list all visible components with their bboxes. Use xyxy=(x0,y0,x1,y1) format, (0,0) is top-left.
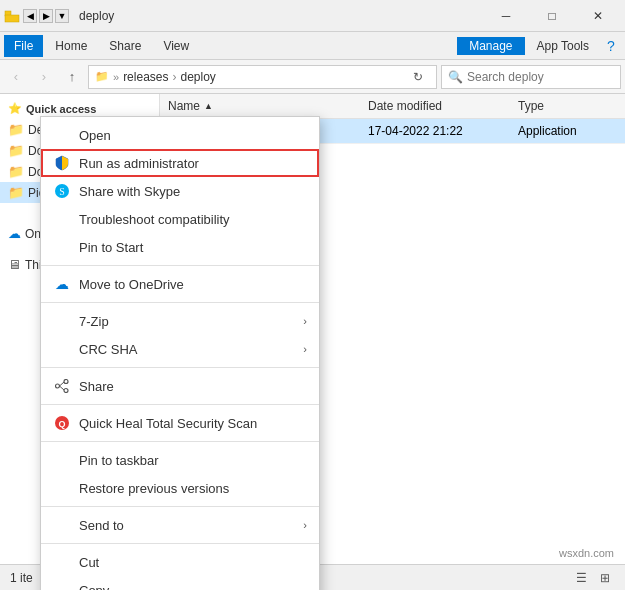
grid-view-button[interactable]: ⊞ xyxy=(595,568,615,588)
title-bar-left: ◀ ▶ ▼ deploy xyxy=(4,8,114,24)
ctx-quickheal-icon: Q xyxy=(53,414,71,432)
tab-file[interactable]: File xyxy=(4,35,43,57)
close-button[interactable]: ✕ xyxy=(575,0,621,32)
quick-access-icon xyxy=(4,8,20,24)
ctx-sep-2 xyxy=(41,302,319,303)
ctx-share-skype-label: Share with Skype xyxy=(79,184,307,199)
pc-icon: 🖥 xyxy=(8,257,21,272)
ctx-cut[interactable]: Cut xyxy=(41,548,319,576)
address-bar[interactable]: 📁 » releases › deploy ↻ xyxy=(88,65,437,89)
tab-app-tools[interactable]: App Tools xyxy=(527,35,599,57)
path-releases[interactable]: releases xyxy=(123,70,168,84)
ctx-move-onedrive-label: Move to OneDrive xyxy=(79,277,307,292)
ctx-pin-start-label: Pin to Start xyxy=(79,240,307,255)
ctx-send-to[interactable]: Send to › xyxy=(41,511,319,539)
path-deploy[interactable]: deploy xyxy=(180,70,215,84)
refresh-button[interactable]: ↻ xyxy=(406,65,430,89)
folder-icon: 📁 xyxy=(8,164,24,179)
ctx-copy[interactable]: Copy xyxy=(41,576,319,590)
ctx-share-icon xyxy=(53,377,71,395)
svg-text:Q: Q xyxy=(58,419,65,429)
ctx-7zip-arrow: › xyxy=(303,315,307,327)
ctx-restore-prev[interactable]: Restore previous versions xyxy=(41,474,319,502)
ctx-copy-icon xyxy=(53,581,71,590)
ctx-share[interactable]: Share xyxy=(41,372,319,400)
ctx-7zip[interactable]: 7-Zip › xyxy=(41,307,319,335)
minimize-button[interactable]: ─ xyxy=(483,0,529,32)
ctx-sep-7 xyxy=(41,543,319,544)
address-folder-icon: 📁 xyxy=(95,70,109,83)
ctx-cloud-icon: ☁ xyxy=(53,275,71,293)
ctx-7zip-icon xyxy=(53,312,71,330)
search-input[interactable] xyxy=(467,70,614,84)
ctx-skype-icon: S xyxy=(53,182,71,200)
col-date-label: Date modified xyxy=(368,99,442,113)
ctx-cut-label: Cut xyxy=(79,555,307,570)
ctx-restore-prev-label: Restore previous versions xyxy=(79,481,307,496)
ctx-pin-taskbar-label: Pin to taskbar xyxy=(79,453,307,468)
ctx-sep-1 xyxy=(41,265,319,266)
svg-point-6 xyxy=(56,384,60,388)
ctx-restore-icon xyxy=(53,479,71,497)
ctx-pin-icon xyxy=(53,238,71,256)
help-icon[interactable]: ? xyxy=(601,36,621,56)
ctx-share-skype[interactable]: S Share with Skype xyxy=(41,177,319,205)
down-small-icon[interactable]: ▼ xyxy=(55,9,69,23)
ctx-send-to-label: Send to xyxy=(79,518,295,533)
svg-text:S: S xyxy=(59,186,65,197)
title-bar-controls: ─ □ ✕ xyxy=(483,0,621,32)
ctx-share-label: Share xyxy=(79,379,307,394)
manage-tab[interactable]: Manage xyxy=(457,37,524,55)
ctx-run-as-admin[interactable]: Run as administrator xyxy=(41,149,319,177)
ctx-open-label: Open xyxy=(79,128,307,143)
ctx-sendto-arrow: › xyxy=(303,519,307,531)
context-menu: Open Run as administrator S Share with S… xyxy=(40,116,320,590)
tab-home[interactable]: Home xyxy=(45,35,97,57)
svg-line-7 xyxy=(60,382,65,386)
title-bar: ◀ ▶ ▼ deploy ─ □ ✕ xyxy=(0,0,625,32)
ctx-crcsha-arrow: › xyxy=(303,343,307,355)
col-header-type[interactable]: Type xyxy=(510,97,625,115)
up-button[interactable]: ↑ xyxy=(60,65,84,89)
col-header-name[interactable]: Name ▲ xyxy=(160,97,360,115)
col-header-date[interactable]: Date modified xyxy=(360,97,510,115)
watermark: wsxdn.com xyxy=(556,546,617,560)
ctx-troubleshoot-label: Troubleshoot compatibility xyxy=(79,212,307,227)
ctx-move-onedrive[interactable]: ☁ Move to OneDrive xyxy=(41,270,319,298)
svg-point-5 xyxy=(64,389,68,393)
list-view-button[interactable]: ☰ xyxy=(571,568,591,588)
ribbon-bar: File Home Share View Manage App Tools ? xyxy=(0,32,625,60)
search-icon: 🔍 xyxy=(448,70,463,84)
ctx-pin-start[interactable]: Pin to Start xyxy=(41,233,319,261)
ctx-cut-icon xyxy=(53,553,71,571)
forward-small-icon[interactable]: ▶ xyxy=(39,9,53,23)
ctx-taskbar-icon xyxy=(53,451,71,469)
tab-view[interactable]: View xyxy=(153,35,199,57)
ctx-open-icon xyxy=(53,126,71,144)
address-path: releases › deploy xyxy=(123,70,216,84)
cloud-icon: ☁ xyxy=(8,226,21,241)
ctx-sep-6 xyxy=(41,506,319,507)
status-count: 1 ite xyxy=(10,571,33,585)
ctx-quick-heal[interactable]: Q Quick Heal Total Security Scan xyxy=(41,409,319,437)
tab-share[interactable]: Share xyxy=(99,35,151,57)
ctx-pin-taskbar[interactable]: Pin to taskbar xyxy=(41,446,319,474)
maximize-button[interactable]: □ xyxy=(529,0,575,32)
col-name-label: Name xyxy=(168,99,200,113)
folder-icon: 📁 xyxy=(8,185,24,200)
ctx-quick-heal-label: Quick Heal Total Security Scan xyxy=(79,416,307,431)
ctx-open[interactable]: Open xyxy=(41,121,319,149)
ctx-copy-label: Copy xyxy=(79,583,307,591)
folder-icon: 📁 xyxy=(8,122,24,137)
svg-rect-1 xyxy=(5,15,19,22)
ctx-sep-5 xyxy=(41,441,319,442)
ctx-crc-sha[interactable]: CRC SHA › xyxy=(41,335,319,363)
ctx-crc-sha-label: CRC SHA xyxy=(79,342,295,357)
forward-button[interactable]: › xyxy=(32,65,56,89)
toolbar-nav-icons: ◀ ▶ ▼ xyxy=(23,9,69,23)
folder-icon: 📁 xyxy=(8,143,24,158)
back-button[interactable]: ‹ xyxy=(4,65,28,89)
back-small-icon[interactable]: ◀ xyxy=(23,9,37,23)
search-box[interactable]: 🔍 xyxy=(441,65,621,89)
ctx-troubleshoot[interactable]: Troubleshoot compatibility xyxy=(41,205,319,233)
